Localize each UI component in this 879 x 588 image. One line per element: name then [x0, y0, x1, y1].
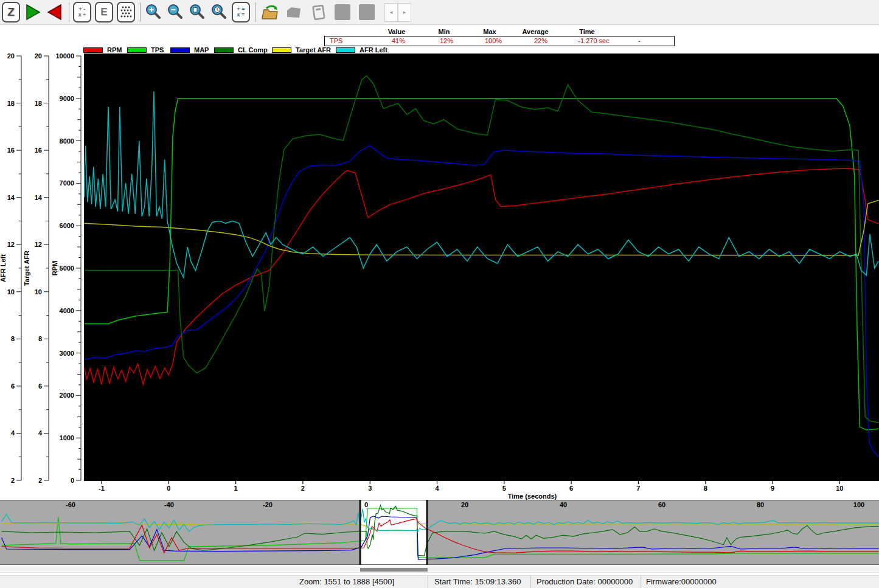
status-firmware: Firmware:00000000: [646, 577, 717, 586]
svg-text:7: 7: [636, 485, 640, 492]
svg-text:0: 0: [364, 501, 368, 508]
svg-text:10: 10: [836, 485, 843, 492]
svg-text:40: 40: [560, 501, 567, 508]
main-chart[interactable]: 2468101214161820AFR Left2468101214161820…: [0, 0, 879, 501]
svg-text:60: 60: [658, 501, 665, 508]
svg-text:16: 16: [7, 147, 15, 154]
status-bar: Zoom: 1551 to 1888 [4500] Start Time: 15…: [0, 575, 879, 588]
svg-text:18: 18: [7, 100, 15, 107]
svg-text:5000: 5000: [60, 265, 74, 272]
svg-text:20: 20: [461, 501, 468, 508]
svg-text:-1: -1: [99, 485, 105, 492]
svg-text:20: 20: [7, 52, 15, 60]
svg-text:2000: 2000: [60, 392, 74, 399]
svg-text:0: 0: [167, 485, 170, 492]
svg-text:18: 18: [35, 100, 42, 107]
log-viewer-window: Z + - x ÷ E: [0, 0, 879, 588]
svg-text:80: 80: [757, 501, 764, 508]
svg-text:8: 8: [11, 335, 15, 342]
svg-text:-60: -60: [66, 501, 75, 508]
svg-text:10000: 10000: [55, 52, 74, 60]
svg-text:1000: 1000: [60, 434, 74, 441]
svg-text:8: 8: [38, 335, 42, 342]
overview-scrollbar-thumb[interactable]: [360, 568, 428, 572]
status-zoom: Zoom: 1551 to 1888 [4500]: [266, 577, 428, 586]
svg-text:20: 20: [35, 52, 42, 60]
svg-text:0: 0: [71, 477, 74, 484]
svg-text:RPM: RPM: [51, 261, 58, 275]
svg-text:100: 100: [853, 501, 864, 508]
status-start-time: Start Time: 15:09:13.360: [434, 577, 521, 586]
svg-text:6: 6: [569, 485, 573, 492]
svg-text:7000: 7000: [60, 179, 74, 187]
status-separator: [641, 576, 641, 588]
svg-text:4000: 4000: [60, 307, 74, 314]
svg-text:-20: -20: [263, 501, 273, 508]
svg-text:6: 6: [11, 382, 15, 390]
svg-text:10: 10: [35, 288, 42, 296]
svg-text:2: 2: [301, 485, 305, 492]
svg-text:2: 2: [11, 477, 15, 484]
svg-text:6: 6: [38, 382, 42, 390]
svg-text:2: 2: [38, 477, 42, 484]
svg-text:6000: 6000: [60, 222, 74, 229]
svg-text:4: 4: [435, 485, 439, 492]
status-production-date: Production Date: 00000000: [537, 577, 633, 586]
svg-text:3000: 3000: [60, 350, 74, 357]
status-separator: [530, 576, 531, 588]
svg-text:14: 14: [35, 194, 43, 201]
svg-text:AFR Left: AFR Left: [0, 254, 7, 282]
svg-text:9000: 9000: [60, 95, 74, 102]
svg-text:14: 14: [7, 194, 15, 201]
svg-text:4: 4: [11, 429, 15, 437]
svg-text:8: 8: [704, 485, 707, 492]
svg-text:9: 9: [771, 485, 774, 492]
overview-scrollbar-track[interactable]: [0, 567, 879, 573]
status-separator: [428, 576, 428, 588]
svg-text:10: 10: [7, 288, 15, 296]
svg-text:12: 12: [35, 241, 42, 248]
svg-text:12: 12: [7, 241, 15, 248]
svg-text:1: 1: [234, 485, 238, 492]
svg-text:3: 3: [368, 485, 372, 492]
svg-text:16: 16: [35, 147, 42, 154]
svg-text:-40: -40: [164, 501, 174, 508]
svg-text:Time (seconds): Time (seconds): [508, 493, 557, 500]
svg-text:4: 4: [38, 429, 43, 437]
svg-text:5: 5: [502, 485, 506, 492]
svg-text:8000: 8000: [60, 137, 74, 145]
overview-strip[interactable]: -60-40-20020406080100: [0, 500, 879, 565]
svg-text:Target AFR: Target AFR: [23, 251, 30, 286]
